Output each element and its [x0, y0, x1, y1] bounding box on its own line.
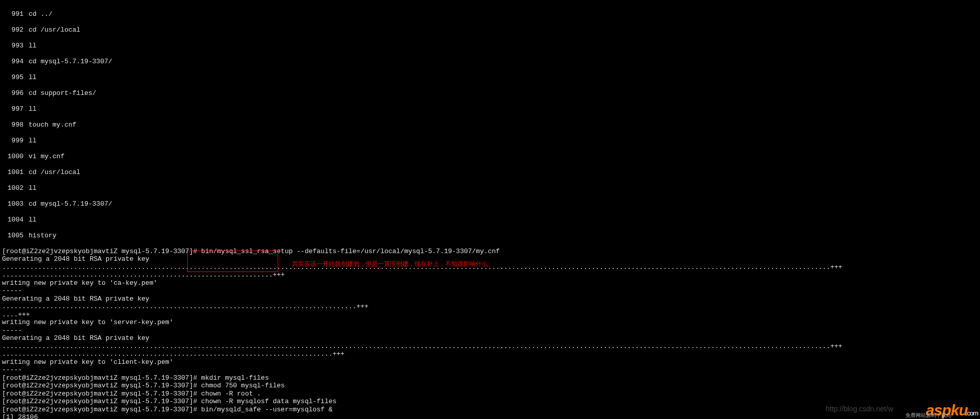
command: chown -R mysqlosf data mysql-files — [201, 398, 336, 405]
history-num: 991 — [2, 10, 23, 18]
output-line: writing new private key to 'ca-key.pem' — [2, 279, 157, 287]
output-line: Generating a 2048 bit RSA private key — [2, 255, 150, 263]
shell-prompt: [root@iZ2ze2jvzepskyobjmavtiZ mysql-5.7.… — [2, 248, 201, 255]
terminal-output[interactable]: 991cd ../ 992cd /usr/local 993ll 994cd m… — [0, 0, 980, 419]
output-line: ........................................… — [2, 342, 842, 350]
output-line: writing new private key to 'server-key.p… — [2, 318, 173, 326]
shell-prompt: [root@iZ2ze2jvzepskyobjmavtiZ mysql-5.7.… — [2, 390, 201, 398]
output-line: ----- — [2, 327, 22, 334]
command: chown -R root . — [201, 390, 261, 398]
watermark-tagline: 免费网站源码下载站 — [905, 411, 951, 420]
shell-prompt: [root@iZ2ze2jvzepskyobjmavtiZ mysql-5.7.… — [2, 374, 201, 382]
output-line: ........................................… — [2, 303, 369, 310]
command: mkdir mysql-files — [201, 374, 269, 382]
shell-prompt: [root@iZ2ze2jvzepskyobjmavtiZ mysql-5.7.… — [2, 406, 201, 413]
output-line: ........................................… — [2, 271, 285, 279]
output-line: ....+++ — [2, 311, 30, 318]
output-line: ----- — [2, 287, 22, 294]
command: chmod 750 mysql-files — [201, 382, 285, 389]
watermark-source-url: http://blog.csdn.net/w — [826, 405, 893, 413]
output-line: Generating a 2048 bit RSA private key — [2, 295, 150, 303]
command: bin/mysql_ssl_rsa_setup --defaults-file=… — [201, 248, 500, 255]
annotation-text: 其实应该一开始就创建的，但是一直没创建，现在补上，不知道影响什么 — [292, 260, 488, 268]
output-line: [1] 28106 — [2, 413, 38, 419]
history-cmd: cd ../ — [29, 10, 53, 18]
output-line: Generating a 2048 bit RSA private key — [2, 334, 150, 342]
command: bin/mysqld_safe --user=mysqlosf & — [201, 406, 332, 413]
output-line: ----- — [2, 366, 22, 374]
shell-prompt: [root@iZ2ze2jvzepskyobjmavtiZ mysql-5.7.… — [2, 398, 201, 405]
shell-prompt: [root@iZ2ze2jvzepskyobjmavtiZ mysql-5.7.… — [2, 382, 201, 389]
output-line: writing new private key to 'client-key.p… — [2, 358, 173, 366]
output-line: ........................................… — [2, 350, 345, 358]
